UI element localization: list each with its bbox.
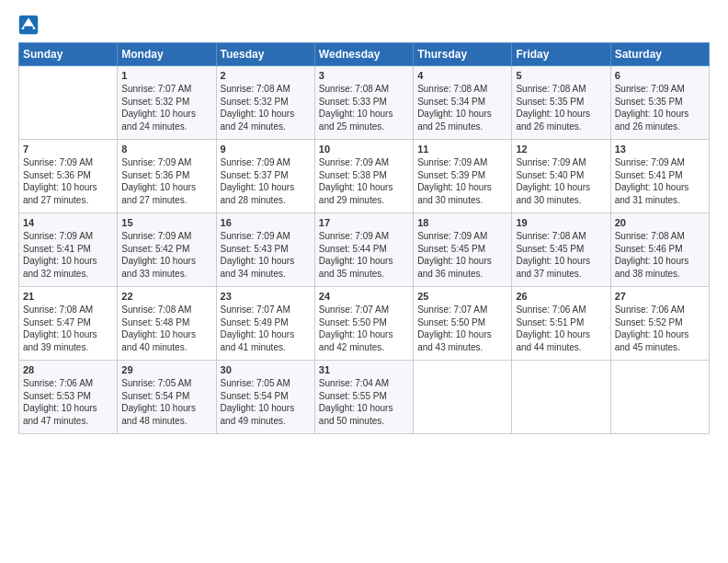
day-number: 20 — [615, 217, 705, 228]
day-info: Sunrise: 7:09 AM Sunset: 5:39 PM Dayligh… — [417, 156, 507, 206]
day-info: Sunrise: 7:09 AM Sunset: 5:44 PM Dayligh… — [319, 230, 409, 280]
day-number: 12 — [516, 144, 606, 155]
day-number: 26 — [516, 291, 606, 302]
day-number: 14 — [23, 217, 113, 228]
weekday-header-wednesday: Wednesday — [314, 43, 413, 66]
day-number: 3 — [319, 70, 409, 81]
weekday-header-monday: Monday — [118, 43, 216, 66]
weekday-header-thursday: Thursday — [414, 43, 512, 66]
day-info: Sunrise: 7:09 AM Sunset: 5:45 PM Dayligh… — [417, 230, 507, 280]
day-number: 22 — [121, 291, 211, 302]
day-number: 23 — [221, 291, 311, 302]
logo — [18, 15, 40, 35]
day-info: Sunrise: 7:07 AM Sunset: 5:50 PM Dayligh… — [417, 304, 507, 353]
day-info: Sunrise: 7:06 AM Sunset: 5:51 PM Dayligh… — [516, 304, 606, 353]
weekday-header-row: SundayMondayTuesdayWednesdayThursdayFrid… — [19, 43, 710, 66]
day-info: Sunrise: 7:09 AM Sunset: 5:42 PM Dayligh… — [121, 230, 211, 280]
logo-icon — [18, 15, 39, 35]
day-number: 27 — [615, 291, 705, 302]
calendar-cell: 6Sunrise: 7:09 AM Sunset: 5:35 PM Daylig… — [610, 66, 709, 140]
day-number: 19 — [516, 217, 606, 228]
day-number: 21 — [23, 291, 113, 302]
day-number: 4 — [417, 70, 507, 81]
calendar-cell: 27Sunrise: 7:06 AM Sunset: 5:52 PM Dayli… — [610, 287, 709, 361]
day-number: 6 — [615, 70, 705, 81]
day-number: 2 — [221, 70, 311, 81]
day-info: Sunrise: 7:08 AM Sunset: 5:35 PM Dayligh… — [516, 83, 606, 132]
day-info: Sunrise: 7:08 AM Sunset: 5:48 PM Dayligh… — [121, 304, 211, 353]
week-row-1: 1Sunrise: 7:07 AM Sunset: 5:32 PM Daylig… — [19, 66, 710, 140]
calendar-cell: 28Sunrise: 7:06 AM Sunset: 5:53 PM Dayli… — [19, 361, 118, 434]
day-number: 29 — [121, 364, 211, 375]
weekday-header-tuesday: Tuesday — [216, 43, 314, 66]
day-number: 5 — [516, 70, 606, 81]
calendar-cell: 25Sunrise: 7:07 AM Sunset: 5:50 PM Dayli… — [414, 287, 512, 361]
calendar-cell — [512, 361, 610, 434]
calendar-cell: 13Sunrise: 7:09 AM Sunset: 5:41 PM Dayli… — [610, 140, 709, 213]
day-info: Sunrise: 7:09 AM Sunset: 5:37 PM Dayligh… — [221, 156, 311, 206]
calendar-cell: 14Sunrise: 7:09 AM Sunset: 5:41 PM Dayli… — [19, 213, 118, 287]
day-number: 16 — [221, 217, 311, 228]
calendar-cell: 23Sunrise: 7:07 AM Sunset: 5:49 PM Dayli… — [216, 287, 314, 361]
calendar-cell: 7Sunrise: 7:09 AM Sunset: 5:36 PM Daylig… — [19, 140, 118, 213]
day-number: 24 — [319, 291, 409, 302]
calendar-cell: 1Sunrise: 7:07 AM Sunset: 5:32 PM Daylig… — [118, 66, 216, 140]
svg-rect-2 — [24, 27, 32, 32]
day-number: 15 — [121, 217, 211, 228]
day-info: Sunrise: 7:09 AM Sunset: 5:40 PM Dayligh… — [516, 156, 606, 206]
calendar-cell: 10Sunrise: 7:09 AM Sunset: 5:38 PM Dayli… — [314, 140, 413, 213]
day-info: Sunrise: 7:09 AM Sunset: 5:41 PM Dayligh… — [23, 230, 113, 280]
day-info: Sunrise: 7:04 AM Sunset: 5:55 PM Dayligh… — [319, 377, 409, 427]
week-row-4: 21Sunrise: 7:08 AM Sunset: 5:47 PM Dayli… — [19, 287, 710, 361]
day-info: Sunrise: 7:07 AM Sunset: 5:49 PM Dayligh… — [221, 304, 311, 353]
day-number: 31 — [319, 364, 409, 375]
day-info: Sunrise: 7:05 AM Sunset: 5:54 PM Dayligh… — [221, 377, 311, 427]
calendar-cell: 4Sunrise: 7:08 AM Sunset: 5:34 PM Daylig… — [414, 66, 512, 140]
calendar-cell: 9Sunrise: 7:09 AM Sunset: 5:37 PM Daylig… — [216, 140, 314, 213]
day-info: Sunrise: 7:06 AM Sunset: 5:52 PM Dayligh… — [615, 304, 705, 353]
week-row-3: 14Sunrise: 7:09 AM Sunset: 5:41 PM Dayli… — [19, 213, 710, 287]
day-number: 11 — [417, 144, 507, 155]
weekday-header-friday: Friday — [512, 43, 610, 66]
calendar-cell: 22Sunrise: 7:08 AM Sunset: 5:48 PM Dayli… — [118, 287, 216, 361]
day-info: Sunrise: 7:08 AM Sunset: 5:34 PM Dayligh… — [417, 83, 507, 132]
calendar-cell: 18Sunrise: 7:09 AM Sunset: 5:45 PM Dayli… — [414, 213, 512, 287]
calendar-page: SundayMondayTuesdayWednesdayThursdayFrid… — [0, 0, 728, 563]
calendar-cell: 20Sunrise: 7:08 AM Sunset: 5:46 PM Dayli… — [610, 213, 709, 287]
calendar-cell: 5Sunrise: 7:08 AM Sunset: 5:35 PM Daylig… — [512, 66, 610, 140]
day-number: 18 — [417, 217, 507, 228]
calendar-cell — [414, 361, 512, 434]
calendar-cell: 16Sunrise: 7:09 AM Sunset: 5:43 PM Dayli… — [216, 213, 314, 287]
calendar-cell: 15Sunrise: 7:09 AM Sunset: 5:42 PM Dayli… — [118, 213, 216, 287]
day-number: 9 — [221, 144, 311, 155]
calendar-table: SundayMondayTuesdayWednesdayThursdayFrid… — [18, 42, 710, 434]
day-info: Sunrise: 7:09 AM Sunset: 5:35 PM Dayligh… — [615, 83, 705, 132]
calendar-cell: 3Sunrise: 7:08 AM Sunset: 5:33 PM Daylig… — [314, 66, 413, 140]
day-info: Sunrise: 7:08 AM Sunset: 5:46 PM Dayligh… — [615, 230, 705, 280]
day-info: Sunrise: 7:09 AM Sunset: 5:36 PM Dayligh… — [121, 156, 211, 206]
calendar-cell — [610, 361, 709, 434]
day-info: Sunrise: 7:08 AM Sunset: 5:33 PM Dayligh… — [319, 83, 409, 132]
calendar-cell: 30Sunrise: 7:05 AM Sunset: 5:54 PM Dayli… — [216, 361, 314, 434]
day-info: Sunrise: 7:08 AM Sunset: 5:32 PM Dayligh… — [221, 83, 311, 132]
day-info: Sunrise: 7:09 AM Sunset: 5:43 PM Dayligh… — [221, 230, 311, 280]
day-info: Sunrise: 7:05 AM Sunset: 5:54 PM Dayligh… — [121, 377, 211, 427]
weekday-header-sunday: Sunday — [19, 43, 118, 66]
calendar-cell: 8Sunrise: 7:09 AM Sunset: 5:36 PM Daylig… — [118, 140, 216, 213]
calendar-cell: 12Sunrise: 7:09 AM Sunset: 5:40 PM Dayli… — [512, 140, 610, 213]
calendar-cell: 24Sunrise: 7:07 AM Sunset: 5:50 PM Dayli… — [314, 287, 413, 361]
day-number: 30 — [221, 364, 311, 375]
day-number: 13 — [615, 144, 705, 155]
day-info: Sunrise: 7:06 AM Sunset: 5:53 PM Dayligh… — [23, 377, 113, 427]
calendar-cell — [19, 66, 118, 140]
calendar-cell: 26Sunrise: 7:06 AM Sunset: 5:51 PM Dayli… — [512, 287, 610, 361]
day-number: 10 — [319, 144, 409, 155]
calendar-cell: 29Sunrise: 7:05 AM Sunset: 5:54 PM Dayli… — [118, 361, 216, 434]
day-info: Sunrise: 7:09 AM Sunset: 5:36 PM Dayligh… — [23, 156, 113, 206]
day-number: 17 — [319, 217, 409, 228]
calendar-cell: 31Sunrise: 7:04 AM Sunset: 5:55 PM Dayli… — [314, 361, 413, 434]
weekday-header-saturday: Saturday — [610, 43, 709, 66]
day-info: Sunrise: 7:09 AM Sunset: 5:41 PM Dayligh… — [615, 156, 705, 206]
calendar-cell: 19Sunrise: 7:08 AM Sunset: 5:45 PM Dayli… — [512, 213, 610, 287]
week-row-2: 7Sunrise: 7:09 AM Sunset: 5:36 PM Daylig… — [19, 140, 710, 213]
